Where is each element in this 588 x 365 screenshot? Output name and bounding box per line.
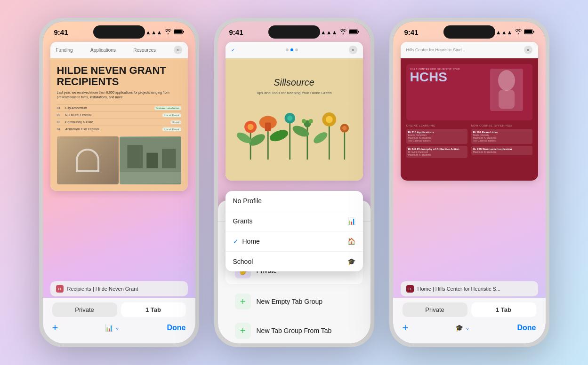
grants-icon: 📊 xyxy=(347,217,355,225)
phone-2-status-icons: ▲▲▲ xyxy=(321,29,359,36)
add-empty-tab-group[interactable]: + New Empty Tab Group xyxy=(226,288,363,315)
svg-rect-7 xyxy=(120,172,181,184)
dot-3 xyxy=(295,48,298,51)
profile-chevron-3: ⌄ xyxy=(465,325,470,331)
phone-3-time: 9:41 xyxy=(404,28,419,36)
graduation-cap-icon: 🎓 xyxy=(455,324,463,332)
card-3-header-text: Hills Center for Heuristic Stud... xyxy=(406,48,466,52)
school-label: School xyxy=(233,258,253,265)
new-tab-button[interactable]: + xyxy=(52,322,58,334)
list-item: 02 NC Mural Festival Local Event xyxy=(57,111,181,119)
battery-icon xyxy=(349,29,359,36)
website-1-favicon: H xyxy=(56,285,64,293)
list-item: 04 Animation Film Festival Local Event xyxy=(57,126,181,133)
dropdown-school[interactable]: School 🎓 xyxy=(226,252,363,271)
course-bi244: Bi 244 Philosophy of Collective Action D… xyxy=(406,146,467,158)
profile-switcher-button-3[interactable]: 🎓 ⌄ xyxy=(455,324,470,332)
course-gr229: Gr 229 Stochastic Inspiration Maximum 40… xyxy=(471,146,532,155)
card-1-title: HILDE NEVEN GRANT RECIPIENTS xyxy=(57,65,181,87)
website-3-favicon: H xyxy=(406,285,414,293)
phone-3-notch xyxy=(443,25,495,39)
no-profile-label: No Profile xyxy=(233,197,262,205)
svg-point-32 xyxy=(301,119,306,123)
svg-rect-4 xyxy=(127,145,143,168)
card-1-photo-arch xyxy=(57,136,119,184)
card-2-close-button[interactable]: × xyxy=(349,46,357,54)
home-check-label: ✓ Home xyxy=(233,238,260,245)
phone-1-frame: 9:41 ▲▲▲ Funding Applications Resources xyxy=(39,18,199,347)
hchs-course-columns: ONLINE LEARNING Bi 215 Applications Exam… xyxy=(406,124,532,160)
svg-rect-2 xyxy=(183,31,184,32)
phone-3-screen: 9:41 ▲▲▲ Hills Center for Heuristic Stud… xyxy=(393,22,546,343)
dropdown-grants[interactable]: Grants 📊 xyxy=(226,211,363,231)
private-tab-button[interactable]: Private xyxy=(52,302,117,317)
phone-1-tab-bar: Private 1 Tab + 📊 ⌄ Done xyxy=(43,298,195,343)
course-bi215: Bi 215 Applications Exams homeworkMaximu… xyxy=(406,129,467,144)
tabs-count-button[interactable]: 1 Tab xyxy=(121,302,186,317)
wifi-icon xyxy=(515,29,522,36)
hchs-bust-image xyxy=(490,69,523,111)
website-3-title: Home | Hills Center for Heuristic S... xyxy=(418,286,500,292)
hchs-text-overlay: HILLS CENTER FOR HEURISTIC STUD HCHS xyxy=(410,68,460,84)
new-tab-button-3[interactable]: + xyxy=(403,322,409,334)
svg-rect-28 xyxy=(265,122,271,131)
hchs-right-column: NEW COURSE OFFERINGS Bi 104 Exam Links S… xyxy=(471,124,532,160)
profile-switcher-button[interactable]: 📊 ⌄ xyxy=(105,324,120,332)
card-1-content: HILDE NEVEN GRANT RECIPIENTS Last year, … xyxy=(50,58,188,191)
phone-1-time: 9:41 xyxy=(54,28,68,36)
add-empty-label: New Empty Tab Group xyxy=(257,298,323,305)
left-col-title: ONLINE LEARNING xyxy=(406,124,467,127)
svg-rect-5 xyxy=(146,153,158,168)
home-dropdown-icon: 🏠 xyxy=(347,238,355,245)
card-1-header-resources: Resources xyxy=(133,48,156,53)
add-tab-group-from-tab[interactable]: + New Tab Group From Tab xyxy=(226,317,363,343)
phone-3-status-icons: ▲▲▲ xyxy=(496,29,534,36)
dropdown-home[interactable]: ✓ Home 🏠 xyxy=(226,231,363,252)
phone-2-frame: 9:41 ▲▲▲ ✓ xyxy=(214,18,374,347)
phone-1-screen: 9:41 ▲▲▲ Funding Applications Resources xyxy=(43,22,195,343)
card-1-photo-street xyxy=(120,136,181,184)
tabs-count-button-3[interactable]: 1 Tab xyxy=(471,302,536,317)
signal-icon: ▲▲▲ xyxy=(145,29,162,36)
phone-3: 9:41 ▲▲▲ Hills Center for Heuristic Stud… xyxy=(389,18,549,347)
svg-rect-40 xyxy=(499,90,515,109)
dropdown-no-profile[interactable]: No Profile xyxy=(226,191,363,211)
card-2-title: Sillsource xyxy=(274,77,314,88)
svg-rect-38 xyxy=(533,31,534,32)
card-3-content: HILLS CENTER FOR HEURISTIC STUD HCHS xyxy=(401,58,538,181)
svg-point-35 xyxy=(342,126,346,130)
phone-1-tab-buttons: Private 1 Tab xyxy=(52,302,186,317)
phone-3-frame: 9:41 ▲▲▲ Hills Center for Heuristic Stud… xyxy=(389,18,549,347)
card-2-subtitle: Tips and Tools for Keeping Your Home Gre… xyxy=(256,91,332,95)
card-2-check: ✓ xyxy=(231,48,235,53)
grants-label: Grants xyxy=(233,217,253,225)
svg-point-24 xyxy=(247,124,253,130)
card-3-header: Hills Center for Heuristic Stud... × xyxy=(401,42,538,58)
phone-1-website-label: H Recipients | Hilde Neven Grant xyxy=(50,281,188,296)
hchs-left-column: ONLINE LEARNING Bi 215 Applications Exam… xyxy=(406,124,467,160)
dot-2 xyxy=(290,48,293,51)
svg-rect-10 xyxy=(358,31,359,32)
battery-icon xyxy=(524,29,534,36)
profile-chevron: ⌄ xyxy=(115,325,120,331)
card-1-list: 01 City Arboretum Nature Installation 02… xyxy=(57,104,181,133)
profile-dropdown-menu[interactable]: No Profile Grants 📊 ✓ Home 🏠 School 🎓 xyxy=(226,191,363,271)
phone-3-tab-actions: + 🎓 ⌄ Done xyxy=(403,322,536,334)
signal-icon: ▲▲▲ xyxy=(496,29,513,36)
card-1-header-apps: Applications xyxy=(90,48,116,53)
card-2-content: Sillsource Tips and Tools for Keeping Yo… xyxy=(226,58,363,181)
done-button-3[interactable]: Done xyxy=(517,324,536,332)
close-icon: × xyxy=(352,48,354,53)
add-from-tab-icon: + xyxy=(235,323,251,339)
phone-1-notch xyxy=(93,25,145,39)
card-1-header: Funding Applications Resources × xyxy=(50,42,188,58)
bar-chart-icon: 📊 xyxy=(105,324,113,332)
card-1-close-button[interactable]: × xyxy=(174,46,182,54)
private-tab-button-3[interactable]: Private xyxy=(403,302,467,317)
card-1-photos xyxy=(57,136,181,184)
battery-icon xyxy=(174,29,184,36)
svg-rect-9 xyxy=(349,30,357,33)
done-button[interactable]: Done xyxy=(167,324,185,332)
phone-2: 9:41 ▲▲▲ ✓ xyxy=(214,18,374,347)
card-3-close-button[interactable]: × xyxy=(524,46,532,54)
